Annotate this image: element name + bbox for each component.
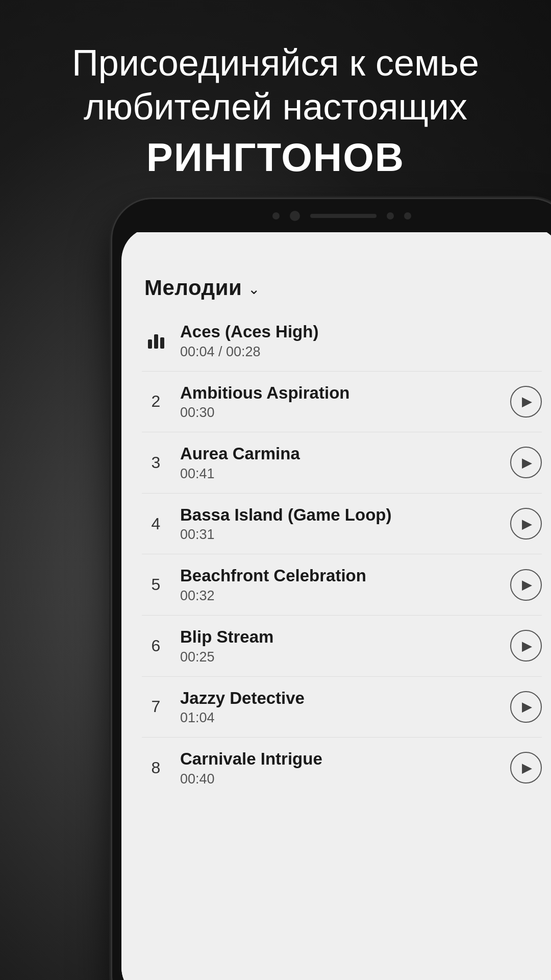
- track-info-2: Ambitious Aspiration 00:30: [180, 383, 510, 421]
- track-name-5: Beachfront Celebration: [180, 566, 510, 586]
- track-info-3: Aurea Carmina 00:41: [180, 444, 510, 482]
- track-item[interactable]: 6 Blip Stream 00:25 ▶: [142, 616, 542, 677]
- track-number-2: 2: [142, 392, 170, 411]
- track-name-8: Carnivale Intrigue: [180, 749, 510, 769]
- speaker-bar: [310, 214, 377, 218]
- play-icon-6: ▶: [522, 638, 532, 654]
- track-duration-7: 01:04: [180, 710, 510, 726]
- play-button-2[interactable]: ▶: [510, 386, 542, 418]
- track-duration-3: 00:41: [180, 466, 510, 482]
- play-icon-4: ▶: [522, 516, 532, 532]
- track-item[interactable]: 5 Beachfront Celebration 00:32 ▶: [142, 554, 542, 616]
- track-number-playing: [142, 332, 170, 349]
- track-name-1: Aces (Aces High): [180, 322, 542, 342]
- header-line1: Присоединяйся к семье: [31, 41, 520, 85]
- track-duration-4: 00:31: [180, 527, 510, 543]
- track-name-4: Bassa Island (Game Loop): [180, 505, 510, 525]
- phone-screen: Мелодии ⌄ Aces (Aces High) 00:04 / 00:28: [121, 227, 551, 980]
- play-icon-2: ▶: [522, 394, 532, 409]
- track-number-5: 5: [142, 575, 170, 594]
- track-name-7: Jazzy Detective: [180, 688, 510, 708]
- header-line2: любителей настоящих: [31, 85, 520, 129]
- track-number-6: 6: [142, 636, 170, 655]
- track-name-3: Aurea Carmina: [180, 444, 510, 464]
- track-info-1: Aces (Aces High) 00:04 / 00:28: [180, 322, 542, 360]
- track-info-4: Bassa Island (Game Loop) 00:31: [180, 505, 510, 543]
- track-duration-6: 00:25: [180, 649, 510, 665]
- track-item[interactable]: 4 Bassa Island (Game Loop) 00:31 ▶: [142, 494, 542, 555]
- track-number-8: 8: [142, 758, 170, 777]
- camera-dot-main: [290, 211, 300, 221]
- track-duration-8: 00:40: [180, 771, 510, 787]
- play-button-7[interactable]: ▶: [510, 691, 542, 723]
- track-name-6: Blip Stream: [180, 627, 510, 647]
- track-info-8: Carnivale Intrigue 00:40: [180, 749, 510, 787]
- equalizer-icon: [148, 332, 164, 349]
- track-item[interactable]: 2 Ambitious Aspiration 00:30 ▶: [142, 372, 542, 433]
- play-button-3[interactable]: ▶: [510, 447, 542, 478]
- play-button-4[interactable]: ▶: [510, 508, 542, 540]
- track-list: Aces (Aces High) 00:04 / 00:28 2 Ambitio…: [121, 310, 551, 798]
- track-item[interactable]: Aces (Aces High) 00:04 / 00:28: [142, 310, 542, 372]
- track-number-3: 3: [142, 453, 170, 472]
- chevron-down-icon[interactable]: ⌄: [248, 281, 260, 298]
- track-duration-5: 00:32: [180, 588, 510, 604]
- phone-frame: Мелодии ⌄ Aces (Aces High) 00:04 / 00:28: [112, 199, 551, 980]
- header-line3: РИНГТОНОВ: [31, 134, 520, 181]
- track-item[interactable]: 3 Aurea Carmina 00:41 ▶: [142, 432, 542, 494]
- camera-dot-right: [387, 212, 394, 219]
- section-title: Мелодии: [144, 276, 242, 300]
- play-icon-3: ▶: [522, 455, 532, 471]
- camera-dot-far-right: [404, 212, 411, 219]
- track-name-2: Ambitious Aspiration: [180, 383, 510, 403]
- play-icon-5: ▶: [522, 577, 532, 593]
- app-header[interactable]: Мелодии ⌄: [121, 260, 551, 310]
- app-content: Мелодии ⌄ Aces (Aces High) 00:04 / 00:28: [121, 260, 551, 980]
- camera-dot-left: [272, 212, 280, 219]
- track-info-7: Jazzy Detective 01:04: [180, 688, 510, 726]
- track-duration-1: 00:04 / 00:28: [180, 344, 542, 360]
- header-section: Присоединяйся к семье любителей настоящи…: [0, 41, 551, 181]
- track-duration-2: 00:30: [180, 405, 510, 421]
- play-icon-8: ▶: [522, 760, 532, 776]
- phone-notch: [112, 199, 551, 232]
- track-number-4: 4: [142, 514, 170, 533]
- play-icon-7: ▶: [522, 699, 532, 715]
- track-item[interactable]: 7 Jazzy Detective 01:04 ▶: [142, 677, 542, 738]
- track-number-7: 7: [142, 697, 170, 716]
- play-button-5[interactable]: ▶: [510, 569, 542, 601]
- play-button-6[interactable]: ▶: [510, 630, 542, 662]
- track-item[interactable]: 8 Carnivale Intrigue 00:40 ▶: [142, 738, 542, 798]
- track-info-6: Blip Stream 00:25: [180, 627, 510, 665]
- play-button-8[interactable]: ▶: [510, 752, 542, 783]
- track-info-5: Beachfront Celebration 00:32: [180, 566, 510, 604]
